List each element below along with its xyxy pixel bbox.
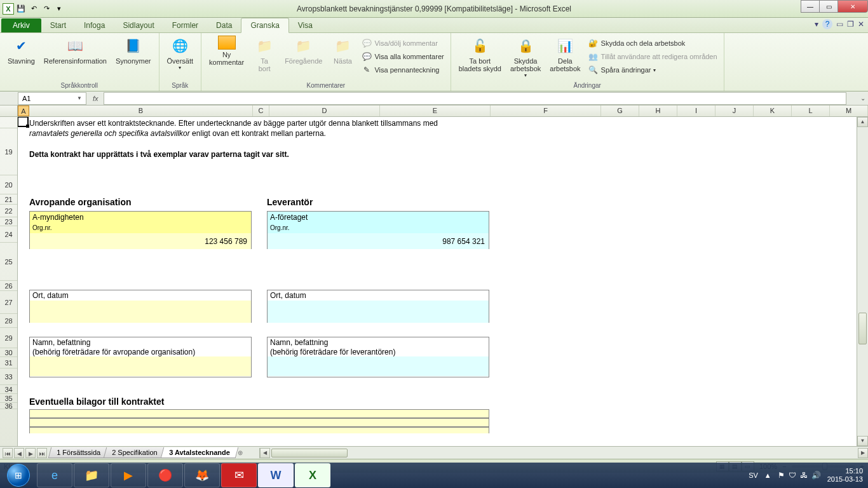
tab-sidlayout[interactable]: Sidlayout [114,18,163,32]
col-header-E[interactable]: E [380,105,491,116]
col-header-L[interactable]: L [792,105,830,116]
language-indicator[interactable]: SV [749,471,758,479]
org-namn-box[interactable]: Namn, befattning (behörig företrädare fö… [29,337,252,377]
taskbar-firefox[interactable]: 🦊 [184,463,220,487]
sup-nr-cell[interactable]: 987 654 321 [268,233,489,249]
dropdown-icon[interactable]: ▼ [77,95,82,101]
scroll-thumb[interactable] [858,313,867,344]
col-header-H[interactable]: H [639,105,677,116]
taskbar-word[interactable]: W [258,463,294,487]
name-box[interactable]: A1 ▼ [18,92,86,105]
col-header-C[interactable]: C [253,105,269,116]
tab-data[interactable]: Data [207,18,241,32]
row-header-24[interactable]: 24 [0,226,17,243]
unprotect-sheet-button[interactable]: 🔓 Ta bort bladets skydd [455,34,505,74]
thesaurus-button[interactable]: 📘 Synonymer [112,34,155,66]
share-workbook-button[interactable]: 📊 Dela arbetsbok [546,34,584,74]
fx-icon[interactable]: fx [88,95,104,102]
worksheet[interactable]: Underskriften avser ett kontraktstecknan… [18,117,857,446]
tab-last-button[interactable]: ⏭ [37,448,47,458]
col-header-I[interactable]: I [677,105,715,116]
bilaga-row-2[interactable] [29,418,489,427]
col-header-G[interactable]: G [601,105,639,116]
row-header-19[interactable]: 19 [0,128,17,175]
scroll-up-button[interactable]: ▲ [857,117,868,127]
tab-infoga[interactable]: Infoga [75,18,114,32]
row-header-33[interactable]: 33 [0,369,17,385]
start-button[interactable]: ⊞ [1,463,36,488]
close-button[interactable]: ✕ [837,0,868,13]
row-header-36[interactable]: 36 [0,403,17,409]
sup-name-cell[interactable]: A-företaget [268,212,489,224]
row-header-20[interactable]: 20 [0,175,17,194]
redo-icon[interactable]: ↷ [41,3,52,15]
sheet-tab-3[interactable]: 3 Avtalstecknande [160,447,238,458]
sheet-tab-1[interactable]: 1 Försättssida [48,447,109,458]
excel-logo-icon[interactable]: X [3,3,14,15]
tab-granska[interactable]: Granska [241,18,288,33]
undo-icon[interactable]: ↶ [28,3,39,15]
help-icon[interactable]: ? [822,19,832,29]
taskbar-mail[interactable]: ✉ [221,463,257,487]
hscroll-thumb[interactable] [271,449,348,458]
col-header-B[interactable]: B [29,105,253,116]
scroll-right-button[interactable]: ▶ [858,448,868,458]
row-header-23[interactable]: 23 [0,217,17,226]
org-ort-box[interactable]: Ort, datum [29,290,252,323]
vertical-scrollbar[interactable]: ▲ ▼ [857,117,868,446]
taskbar-excel[interactable]: X [295,463,330,487]
row-header-25[interactable]: 25 [0,243,17,281]
org-nr-cell[interactable]: 123 456 789 [30,233,251,249]
select-all-button[interactable] [0,105,18,116]
row-header-30[interactable]: 30 [0,348,17,357]
tab-visa[interactable]: Visa [289,18,322,32]
research-button[interactable]: 📖 Referensinformation [40,34,111,66]
row-header-34[interactable]: 34 [0,385,17,394]
row-header-31[interactable]: 31 [0,357,17,369]
minimize-button[interactable]: — [801,0,820,13]
doc-close-icon[interactable]: ✕ [858,20,864,29]
taskbar-explorer[interactable]: 📁 [74,463,109,487]
bilaga-row-3[interactable] [29,427,489,433]
show-ink-button[interactable]: ✎ Visa pennanteckning [359,64,446,76]
horizontal-scrollbar[interactable]: ◀ ▶ [259,448,868,458]
spelling-button[interactable]: ✔ Stavning [4,34,39,66]
col-header-K[interactable]: K [754,105,792,116]
formula-bar-expand-icon[interactable]: ⌄ [858,95,868,102]
scroll-left-button[interactable]: ◀ [260,448,270,458]
taskbar-media[interactable]: ▶ [111,463,146,487]
row-header-35[interactable]: 35 [0,394,17,403]
col-header-A[interactable]: A [18,105,29,116]
protect-share-button[interactable]: 🔐 Skydda och dela arbetsbok [586,37,720,50]
tab-file[interactable]: Arkiv [1,18,41,32]
translate-button[interactable]: 🌐 Översätt ▾ [163,34,198,72]
tray-network-icon[interactable]: 🖧 [800,471,808,480]
save-icon[interactable]: 💾 [15,3,27,15]
tab-prev-button[interactable]: ◀ [14,448,24,458]
row-header-top[interactable] [0,117,17,128]
formula-input[interactable] [104,92,846,105]
sheet-tab-2[interactable]: 2 Specifikation [104,447,166,458]
tab-next-button[interactable]: ▶ [25,448,36,458]
tab-formler[interactable]: Formler [163,18,207,32]
sup-namn-box[interactable]: Namn, befattning (behörig företrädare fö… [267,337,489,377]
tray-arrow-icon[interactable]: ▲ [764,471,771,479]
tray-flag-icon[interactable]: ⚑ [778,471,785,480]
tab-first-button[interactable]: ⏮ [3,448,13,458]
col-header-J[interactable]: J [715,105,754,116]
row-header-26[interactable]: 26 [0,281,17,291]
row-header-28[interactable]: 28 [0,314,17,328]
row-header-21[interactable]: 21 [0,194,17,205]
taskbar-chrome[interactable]: 🔴 [147,463,183,487]
clock[interactable]: 15:10 2015-03-13 [827,467,863,484]
ribbon-dropdown-icon[interactable]: ▾ [815,20,818,29]
doc-restore-icon[interactable]: ❐ [847,20,854,29]
col-header-D[interactable]: D [269,105,380,116]
row-header-27[interactable]: 27 [0,291,17,314]
show-all-comments-button[interactable]: 💬 Visa alla kommentarer [359,50,446,63]
track-changes-button[interactable]: 🔍 Spåra ändringar ▾ [586,64,720,76]
scroll-track[interactable] [857,127,868,436]
qat-customize-icon[interactable]: ▾ [53,3,65,15]
row-header-29[interactable]: 29 [0,328,17,348]
tab-start[interactable]: Start [41,18,75,32]
